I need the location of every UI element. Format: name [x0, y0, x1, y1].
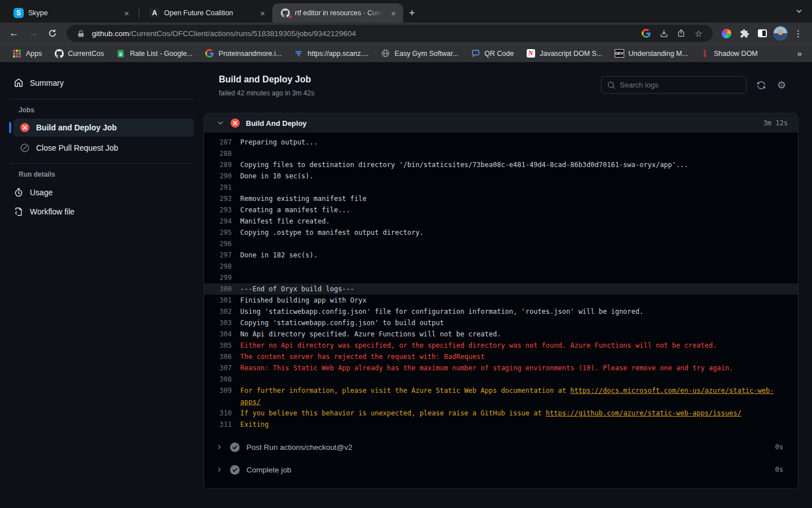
bookmark-item[interactable]: Rate List - Google...: [111, 47, 198, 60]
log-line-number[interactable]: 305: [204, 340, 240, 351]
log-line: 294Manifest file created.: [204, 216, 798, 227]
log-line-number[interactable]: 295: [204, 227, 240, 238]
color-wheel-extension-icon[interactable]: [718, 25, 734, 41]
log-line-number[interactable]: 306: [204, 351, 240, 362]
log-line-number[interactable]: 311: [204, 419, 240, 430]
tab-open-future-coalition[interactable]: A Open Future Coalition ×: [142, 3, 272, 23]
log-line: 292Removing existing manifest file: [204, 193, 798, 204]
bookmark-item[interactable]: DEVUnderstanding M...: [609, 47, 694, 60]
log-line-text: Copying 'staticwebapp.config.json' to bu…: [240, 317, 798, 329]
bookmark-item[interactable]: NJavascript DOM S...: [520, 47, 608, 60]
job-log-panel: Build and Deploy Job failed 42 minutes a…: [203, 62, 812, 508]
log-line-number[interactable]: 304: [204, 329, 240, 340]
log-line-number[interactable]: 289: [204, 159, 240, 170]
sidebar-item-usage[interactable]: Usage: [9, 183, 194, 202]
sidebar-divider: [9, 163, 194, 164]
log-line: 311Exiting: [204, 419, 798, 430]
bookmark-item[interactable]: Proteinsandmore.i...: [200, 47, 288, 60]
success-check-circle-icon: [230, 465, 240, 475]
tab-skype[interactable]: S Skype ×: [6, 3, 136, 23]
log-line-number[interactable]: 302: [204, 306, 240, 317]
extensions-puzzle-icon[interactable]: [736, 25, 752, 41]
bookmark-item[interactable]: Shadow DOM: [695, 47, 764, 60]
close-icon[interactable]: ×: [257, 8, 268, 19]
log-line-number[interactable]: 298: [204, 261, 240, 272]
log-lines: 287Preparing output...288289Copying file…: [204, 133, 798, 436]
log-line-number[interactable]: 297: [204, 249, 240, 261]
log-line-number[interactable]: 292: [204, 193, 240, 204]
log-line-text: [240, 238, 798, 249]
google-icon[interactable]: [640, 29, 652, 38]
github-failed-icon: ✕: [280, 8, 290, 18]
log-line: 291: [204, 182, 798, 193]
reload-button[interactable]: [44, 25, 61, 42]
download-icon[interactable]: [657, 29, 670, 38]
tab-search-chevron-icon[interactable]: [795, 7, 803, 17]
log-line-number[interactable]: 300: [204, 283, 240, 295]
log-line-text: Exiting: [240, 419, 798, 430]
bookmark-star-icon[interactable]: ☆: [692, 28, 705, 39]
log-line-text: Done in 10 sec(s).: [240, 170, 798, 182]
log-line-number[interactable]: [204, 396, 240, 408]
log-line: 303Copying 'staticwebapp.config.json' to…: [204, 317, 798, 329]
log-line-number[interactable]: 296: [204, 238, 240, 249]
sidebar-item-workflow-file[interactable]: Workflow file: [9, 202, 194, 221]
log-line-text: Copying .ostype to manifest output direc…: [240, 227, 798, 238]
new-tab-button[interactable]: +: [409, 7, 415, 18]
log-line-number[interactable]: 287: [204, 137, 240, 148]
log-line-text: Done in 182 sec(s).: [240, 249, 798, 261]
bookmark-item[interactable]: CurrentCos: [49, 47, 110, 60]
bookmark-item[interactable]: Easy Gym Softwar...: [376, 47, 464, 60]
log-line-number[interactable]: 299: [204, 272, 240, 283]
log-link[interactable]: https://docs.microsoft.com/en-us/azure/s…: [570, 387, 774, 395]
sidebar-item-summary[interactable]: Summary: [9, 73, 194, 93]
jobs-section-header: Jobs: [19, 106, 203, 114]
log-link[interactable]: https://github.com/azure/static-web-apps…: [546, 409, 742, 417]
log-line-number[interactable]: 307: [204, 362, 240, 374]
step-header[interactable]: Post Run actions/checkout@v20s: [204, 436, 798, 458]
back-button[interactable]: ←: [6, 25, 23, 42]
log-line-number[interactable]: 291: [204, 182, 240, 193]
bookmark-item[interactable]: QR Code: [465, 47, 519, 60]
log-line-number[interactable]: 308: [204, 374, 240, 385]
log-line-number[interactable]: 290: [204, 170, 240, 182]
log-line: 305Either no Api directory was specified…: [204, 340, 798, 351]
forward-button[interactable]: →: [25, 25, 42, 42]
log-line-number[interactable]: 303: [204, 317, 240, 329]
log-group-header[interactable]: Build And Deploy 3m 12s: [204, 113, 798, 133]
log-card: Build And Deploy 3m 12s 287Preparing out…: [204, 113, 798, 489]
step-header[interactable]: Complete job0s: [204, 458, 798, 481]
chevron-right-icon: [215, 444, 223, 450]
log-line-number[interactable]: 294: [204, 216, 240, 227]
skype-icon: S: [14, 8, 24, 18]
log-line: 310If you believe this behavior is unexp…: [204, 408, 798, 419]
sidebar-job-item[interactable]: Build and Deploy Job: [14, 119, 194, 137]
log-line-number[interactable]: 309: [204, 385, 240, 396]
search-logs-box[interactable]: [601, 76, 747, 94]
tab-github-active[interactable]: ✕ rtf editor in resources · Current ×: [272, 3, 403, 23]
log-settings-gear-icon[interactable]: ⚙: [776, 80, 787, 91]
log-link[interactable]: apps/: [240, 398, 261, 406]
sidebar-job-item[interactable]: Close Pull Request Job: [14, 139, 194, 157]
browser-menu-icon[interactable]: ⋮: [791, 25, 806, 41]
log-line-text: Removing existing manifest file: [240, 193, 798, 204]
close-icon[interactable]: ×: [388, 8, 399, 19]
log-line-number[interactable]: 310: [204, 408, 240, 419]
lock-icon[interactable]: [74, 30, 87, 37]
side-panel-icon[interactable]: [754, 25, 770, 41]
bookmark-item[interactable]: Apps: [7, 47, 48, 60]
bookmarks-overflow-chevron[interactable]: »: [797, 49, 805, 58]
log-line-number[interactable]: 301: [204, 295, 240, 306]
bookmark-label: CurrentCos: [68, 50, 104, 58]
search-logs-input[interactable]: [620, 81, 740, 89]
bookmark-item[interactable]: https://app.scanz....: [288, 47, 374, 60]
share-icon[interactable]: [675, 29, 687, 38]
bookmark-label: Easy Gym Softwar...: [395, 50, 458, 58]
log-line: 293Creating a manifest file...: [204, 204, 798, 216]
log-line-number[interactable]: 293: [204, 204, 240, 216]
profile-avatar[interactable]: [773, 25, 788, 41]
close-icon[interactable]: ×: [121, 8, 132, 19]
address-bar[interactable]: github.com/CurrentCos/OFCClient/actions/…: [67, 25, 713, 42]
log-line-number[interactable]: 288: [204, 148, 240, 159]
refresh-logs-icon[interactable]: [756, 80, 767, 91]
